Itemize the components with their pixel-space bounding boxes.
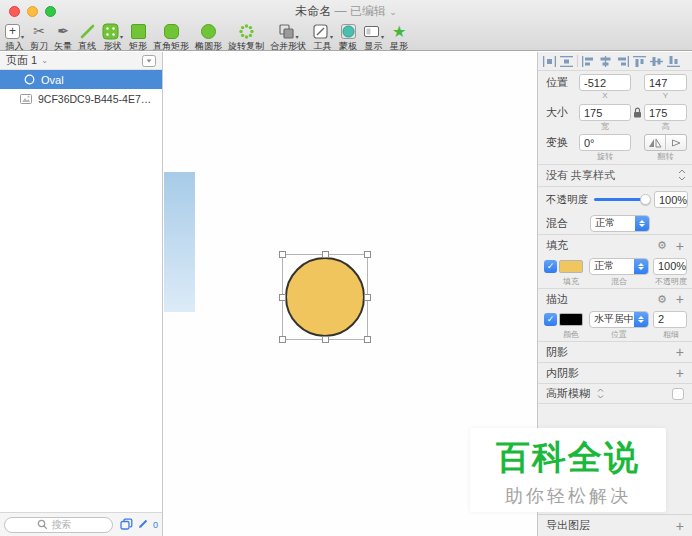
height-field[interactable]: 175 xyxy=(644,104,687,121)
inner-shadow-section-header: 内阴影 + xyxy=(538,362,692,383)
vector-pen-icon: ✒ xyxy=(55,23,72,40)
export-section-header: 导出图层 + xyxy=(538,514,692,536)
toolbar-star-button[interactable]: ★星形 xyxy=(390,23,408,53)
border-color-swatch[interactable] xyxy=(559,313,583,326)
rotate-copy-icon xyxy=(238,23,255,40)
add-shadow-icon[interactable]: + xyxy=(676,344,684,360)
resize-handle-s[interactable] xyxy=(322,336,329,343)
align-bottom-icon[interactable] xyxy=(667,56,680,67)
opacity-row: 不透明度 100% xyxy=(538,187,692,212)
resize-handle-ne[interactable] xyxy=(364,251,371,258)
position-x-field[interactable]: -512 xyxy=(579,74,631,91)
fill-color-swatch[interactable] xyxy=(559,260,583,273)
toolbar-scissors-button[interactable]: ✂剪刀 xyxy=(30,23,48,53)
mask-icon xyxy=(340,23,357,40)
fill-opacity-field[interactable]: 100% xyxy=(653,258,687,275)
flip-sub-label: 翻转 xyxy=(644,151,687,161)
fill-opacity-sub-label: 不透明度 xyxy=(651,276,691,285)
flip-vertical-button[interactable] xyxy=(666,135,686,150)
fill-blend-dropdown[interactable]: 正常 xyxy=(589,258,649,275)
resize-handle-se[interactable] xyxy=(364,336,371,343)
toolbar-rotate-copy-button[interactable]: 旋转复制 xyxy=(228,23,264,53)
toolbar-view-button[interactable]: ▾显示 xyxy=(363,23,384,53)
title-proxy-caret-icon[interactable]: ⌄ xyxy=(389,7,397,17)
toolbar-mask-button[interactable]: 蒙板 xyxy=(339,23,357,53)
pages-icon[interactable] xyxy=(120,516,133,534)
add-inner-shadow-icon[interactable]: + xyxy=(676,365,684,381)
blend-label: 混合 xyxy=(546,216,590,231)
shadow-section-header: 阴影 + xyxy=(538,341,692,362)
layer-row-image[interactable]: 9CF36DC9-B445-4E7D-8E7… xyxy=(0,89,162,108)
border-thickness-sub-label: 粗细 xyxy=(651,329,691,338)
width-field[interactable]: 175 xyxy=(579,104,631,121)
watermark-subtitle: 助你轻松解决 xyxy=(470,484,666,508)
blur-enabled-checkbox[interactable] xyxy=(672,388,684,400)
border-settings-gear-icon[interactable]: ⚙ xyxy=(657,293,667,306)
page-header[interactable]: 页面 1 ⌄ xyxy=(0,52,162,70)
toolbar-tools-button[interactable]: ▾工具 xyxy=(312,23,333,53)
y-axis-label: Y xyxy=(644,91,687,101)
geometry-section: 位置 -512 147 X Y 大小 175 175 宽 xyxy=(538,71,692,165)
edit-pencil-icon[interactable] xyxy=(137,516,149,534)
lock-ratio-icon[interactable] xyxy=(631,107,644,118)
fill-settings-gear-icon[interactable]: ⚙ xyxy=(657,239,667,252)
position-y-field[interactable]: 147 xyxy=(644,74,687,91)
border-enabled-checkbox[interactable]: ✓ xyxy=(544,313,557,326)
toolbar-insert-button[interactable]: +▾插入 xyxy=(5,23,24,53)
star-icon: ★ xyxy=(391,23,408,40)
toolbar-line-button[interactable]: 直线 xyxy=(78,23,96,53)
shared-style-value: 没有 共享样式 xyxy=(546,168,615,183)
rotation-field[interactable]: 0° xyxy=(579,134,631,151)
line-icon xyxy=(79,23,96,40)
toolbar-rounded-rectangle-button[interactable]: 直角矩形 xyxy=(153,23,189,53)
fill-blend-sub-label: 混合 xyxy=(589,276,649,285)
toolbar-oval-tool-button[interactable]: 椭圆形 xyxy=(195,23,222,53)
sidebar-footer: 0 xyxy=(0,512,162,536)
layer-list: Oval 9CF36DC9-B445-4E7D-8E7… xyxy=(0,70,162,512)
add-fill-icon[interactable]: + xyxy=(676,238,684,254)
resize-handle-w[interactable] xyxy=(279,294,286,301)
resize-handle-n[interactable] xyxy=(322,251,329,258)
rectangle-icon xyxy=(130,23,147,40)
layer-search-field[interactable] xyxy=(4,517,113,533)
dropdown-stepper-icon xyxy=(635,215,649,232)
blend-mode-dropdown[interactable]: 正常 xyxy=(590,215,650,232)
align-middle-vertical-icon[interactable] xyxy=(650,56,663,67)
layer-name: 9CF36DC9-B445-4E7D-8E7… xyxy=(38,93,158,105)
search-input[interactable] xyxy=(51,519,79,530)
add-border-icon[interactable]: + xyxy=(676,291,684,307)
flip-horizontal-button[interactable] xyxy=(645,135,666,150)
toolbar-boolean-ops-button[interactable]: ▾合并形状 xyxy=(270,23,306,53)
resize-handle-nw[interactable] xyxy=(279,251,286,258)
distribute-vertically-icon[interactable] xyxy=(560,56,573,67)
export-header-label: 导出图层 xyxy=(546,518,590,533)
align-top-icon[interactable] xyxy=(633,56,646,67)
opacity-slider-knob[interactable] xyxy=(640,194,651,205)
fill-enabled-checkbox[interactable]: ✓ xyxy=(544,260,557,273)
oval-tool-icon xyxy=(200,23,217,40)
opacity-slider[interactable] xyxy=(594,198,646,201)
layer-row-oval[interactable]: Oval xyxy=(0,70,162,89)
opacity-value-field[interactable]: 100% xyxy=(654,191,688,208)
resize-handle-e[interactable] xyxy=(364,294,371,301)
oval-layer-icon xyxy=(24,74,35,85)
border-row: ✓ 水平居中 2 xyxy=(538,309,692,329)
toolbar-vector-pen-button[interactable]: ✒矢量 xyxy=(54,23,72,53)
distribute-horizontally-icon[interactable] xyxy=(543,56,556,67)
toolbar-rectangle-button[interactable]: 矩形 xyxy=(129,23,147,53)
align-center-horizontal-icon[interactable] xyxy=(599,56,612,67)
add-export-icon[interactable]: + xyxy=(676,518,684,534)
scissors-icon: ✂ xyxy=(31,23,48,40)
transform-label: 变换 xyxy=(546,135,579,150)
border-thickness-field[interactable]: 2 xyxy=(653,311,687,328)
resize-handle-sw[interactable] xyxy=(279,336,286,343)
selected-oval-shape[interactable] xyxy=(285,257,365,337)
toolbar-shape-button[interactable]: ▾形状 xyxy=(102,23,123,53)
blue-rectangle-shape[interactable] xyxy=(164,172,195,312)
shared-style-dropdown[interactable]: 没有 共享样式 xyxy=(538,165,692,187)
page-list-icon[interactable] xyxy=(142,55,156,67)
border-position-dropdown[interactable]: 水平居中 xyxy=(589,311,649,328)
align-left-icon[interactable] xyxy=(582,56,595,67)
align-right-icon[interactable] xyxy=(616,56,629,67)
blur-stepper-icon[interactable] xyxy=(597,388,604,399)
